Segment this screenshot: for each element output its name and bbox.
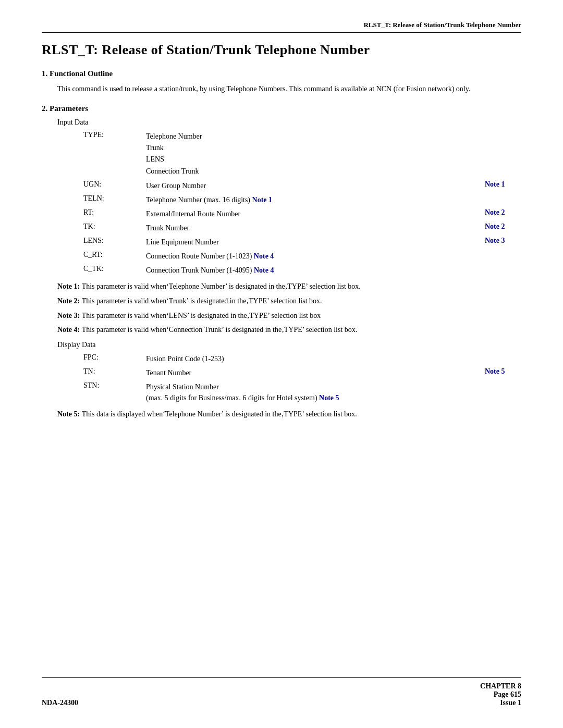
display-param-table: FPC: Fusion Point Code (1-253) TN: Tenan… — [83, 353, 521, 403]
note-1-text: This parameter is valid when​‘Telephone … — [82, 282, 361, 290]
note-1-label: Note 1: — [57, 282, 82, 290]
title-text: Release of Station/Trunk Telephone Numbe… — [102, 42, 370, 57]
param-name-fpc: FPC: — [83, 353, 146, 362]
note-5-line: Note 5: This data is displayed when​‘Tel… — [57, 409, 521, 420]
page-title: RLST_T: Release of Station/Trunk Telepho… — [42, 42, 521, 58]
param-row-type: TYPE: Telephone NumberTrunkLENSConnectio… — [83, 131, 521, 178]
param-note-lens: Note 3 — [480, 237, 521, 245]
param-desc-tn: Tenant Number — [146, 367, 480, 378]
param-desc-teln: Telephone Number (max. 16 digits) Note 1 — [146, 194, 480, 205]
note-2-line: Note 2: This parameter is valid when​‘Tr… — [57, 295, 521, 307]
notes-5: Note 5: This data is displayed when​‘Tel… — [57, 409, 521, 420]
footer-page: Page 615 — [480, 690, 521, 699]
footer-doc-number: NDA-24300 — [42, 699, 78, 707]
param-name-ugn: UGN: — [83, 180, 146, 189]
param-row-rt: RT: External/Internal Route Number Note … — [83, 208, 521, 219]
footer-right: CHAPTER 8 Page 615 Issue 1 — [480, 682, 521, 707]
header-text: RLST_T: Release of Station/Trunk Telepho… — [363, 21, 521, 29]
title-prefix: RLST_T: — [42, 42, 99, 57]
note-4-label: Note 4: — [57, 326, 82, 334]
param-desc-rt: External/Internal Route Number — [146, 208, 480, 219]
param-note-tn: Note 5 — [480, 367, 521, 376]
param-name-tn: TN: — [83, 367, 146, 376]
section-1-heading: 1. Functional Outline — [42, 69, 521, 78]
param-row-crt: C_RT: Connection Route Number (1-1023) N… — [83, 251, 521, 262]
param-note-tk: Note 2 — [480, 223, 521, 231]
param-desc-ugn: User Group Number — [146, 180, 480, 191]
param-name-lens: LENS: — [83, 237, 146, 245]
display-data-label: Display Data — [57, 341, 521, 349]
notes-1-4: Note 1: This parameter is valid when​‘Te… — [57, 281, 521, 336]
param-desc-stn: Physical Station Number (max. 5 digits f… — [146, 381, 480, 403]
footer-left: NDA-24300 — [42, 699, 78, 707]
param-desc-tk: Trunk Number — [146, 223, 480, 233]
param-row-ctk: C_TK: Connection Trunk Number (1-4095) N… — [83, 265, 521, 276]
section-2: 2. Parameters Input Data TYPE: Telephone… — [42, 104, 521, 420]
param-desc-lens: Line Equipment Number — [146, 237, 480, 248]
page-header: RLST_T: Release of Station/Trunk Telepho… — [42, 21, 521, 33]
input-param-table: TYPE: Telephone NumberTrunkLENSConnectio… — [83, 131, 521, 276]
param-desc-ctk: Connection Trunk Number (1-4095) Note 4 — [146, 265, 480, 276]
section-1-body: This command is used to release a statio… — [57, 83, 521, 95]
param-name-ctk: C_TK: — [83, 265, 146, 273]
note-2-label: Note 2: — [57, 297, 82, 305]
param-row-lens: LENS: Line Equipment Number Note 3 — [83, 237, 521, 248]
param-row-teln: TELN: Telephone Number (max. 16 digits) … — [83, 194, 521, 205]
note-3-text: This parameter is valid when​‘LENS’ is d… — [82, 312, 321, 319]
input-data-label: Input Data — [57, 118, 521, 127]
note-1-line: Note 1: This parameter is valid when​‘Te… — [57, 281, 521, 292]
param-row-tk: TK: Trunk Number Note 2 — [83, 223, 521, 233]
footer-chapter: CHAPTER 8 — [480, 682, 521, 690]
note-4-line: Note 4: This parameter is valid when​‘Co… — [57, 324, 521, 336]
page-footer: NDA-24300 CHAPTER 8 Page 615 Issue 1 — [42, 677, 521, 707]
param-row-stn: STN: Physical Station Number (max. 5 dig… — [83, 381, 521, 403]
note-4-text: This parameter is valid when​‘Connection… — [82, 326, 358, 334]
param-name-stn: STN: — [83, 381, 146, 390]
note-3-line: Note 3: This parameter is valid when​‘LE… — [57, 310, 521, 322]
note-5-label: Note 5: — [57, 410, 82, 418]
param-note-ugn: Note 1 — [480, 180, 521, 189]
param-name-crt: C_RT: — [83, 251, 146, 259]
note-2-text: This parameter is valid when​‘Trunk’ is … — [82, 297, 322, 305]
param-name-tk: TK: — [83, 223, 146, 231]
page: RLST_T: Release of Station/Trunk Telepho… — [0, 0, 563, 728]
section-2-heading: 2. Parameters — [42, 104, 521, 113]
note-3-label: Note 3: — [57, 312, 82, 319]
param-desc-fpc: Fusion Point Code (1-253) — [146, 353, 480, 364]
param-desc-crt: Connection Route Number (1-1023) Note 4 — [146, 251, 480, 262]
note-5-text: This data is displayed when​‘Telephone N… — [82, 410, 357, 418]
param-row-fpc: FPC: Fusion Point Code (1-253) — [83, 353, 521, 364]
param-row-ugn: UGN: User Group Number Note 1 — [83, 180, 521, 191]
footer-issue: Issue 1 — [480, 699, 521, 707]
param-name-rt: RT: — [83, 208, 146, 217]
param-note-rt: Note 2 — [480, 208, 521, 217]
param-desc-type: Telephone NumberTrunkLENSConnection Trun… — [146, 131, 480, 178]
param-name-teln: TELN: — [83, 194, 146, 203]
param-name-type: TYPE: — [83, 131, 146, 139]
param-row-tn: TN: Tenant Number Note 5 — [83, 367, 521, 378]
